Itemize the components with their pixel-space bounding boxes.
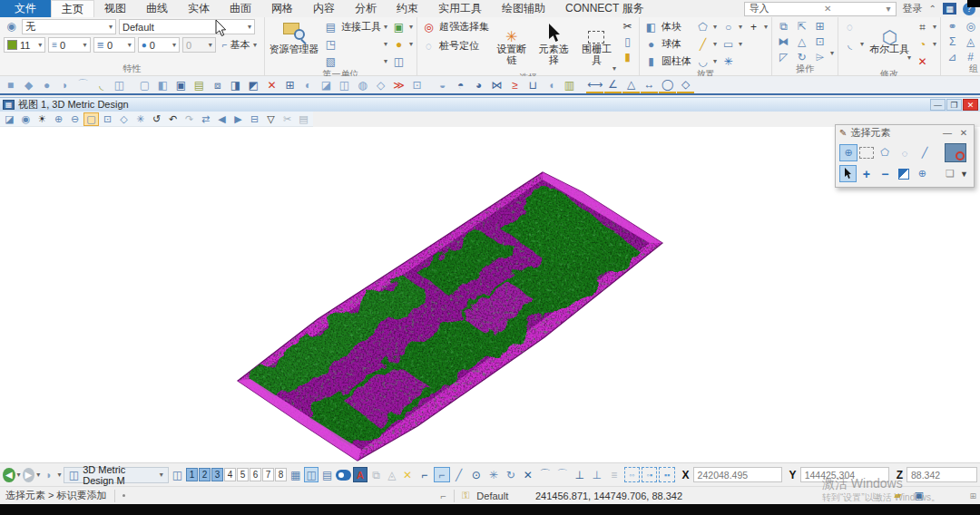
delete-feature-icon[interactable]: ✕ bbox=[263, 77, 280, 92]
region-icon[interactable]: ◖ bbox=[543, 77, 560, 92]
zoom-out-icon[interactable]: ⊖ bbox=[67, 112, 83, 126]
sep[interactable] bbox=[579, 77, 585, 92]
measure-area-icon[interactable]: ◯ bbox=[659, 76, 676, 93]
delete-button[interactable]: ✕ bbox=[915, 53, 936, 69]
walk-icon[interactable]: ↺ bbox=[149, 112, 164, 126]
lock-status-icon[interactable]: ⚿ bbox=[462, 490, 469, 501]
solid-sphere-icon[interactable]: ● bbox=[38, 77, 55, 92]
snap-center-icon[interactable]: ⊙ bbox=[468, 467, 485, 482]
move-icon[interactable]: ⇱ bbox=[794, 19, 809, 33]
pan-view-icon[interactable]: ✳ bbox=[132, 112, 148, 126]
snap-tangent-icon[interactable]: ⌒ bbox=[537, 467, 554, 482]
cell-list-icon[interactable]: ▥ bbox=[561, 77, 578, 92]
select-element-dialog[interactable]: ✎ 选择元素 — ✕ ⊕ ⬠ ◌ ╱ + − ⊕ ❏ bbox=[835, 124, 975, 188]
tab-view[interactable]: 视图 bbox=[94, 0, 136, 17]
close-toolbar-icon[interactable]: ✕ bbox=[400, 467, 414, 482]
select-clear-icon[interactable]: ❏ bbox=[942, 165, 958, 182]
active-model-selector[interactable]: ◫ 3D Metric Design M ▾ bbox=[64, 467, 169, 483]
more-manipulate-icon[interactable]: ⌲ bbox=[812, 50, 828, 63]
copy-feature-icon[interactable]: ⊞ bbox=[281, 77, 299, 92]
cut-solid-icon[interactable]: ◧ bbox=[154, 77, 172, 92]
dialog-minimize-icon[interactable]: — bbox=[941, 128, 954, 138]
attach-cell-icon[interactable]: ▤ bbox=[191, 77, 208, 92]
sweep-icon[interactable]: ◍ bbox=[354, 77, 371, 92]
sep[interactable] bbox=[129, 77, 135, 92]
link-set-button[interactable]: ◳▾ bbox=[323, 36, 387, 52]
fit-view-icon[interactable]: ⊡ bbox=[100, 112, 115, 126]
view-groups-icon[interactable]: ◫ bbox=[171, 467, 184, 482]
select-mode-all-icon[interactable]: ⊕ bbox=[914, 165, 930, 182]
boolean-subtract-icon[interactable]: ◓ bbox=[452, 77, 469, 92]
copy-icon[interactable]: ⧉ bbox=[776, 19, 791, 33]
tab-analysis[interactable]: 分析 bbox=[345, 0, 387, 17]
fillet-button[interactable]: ◟▾ bbox=[842, 36, 864, 52]
snap-perpendicular-icon[interactable]: ⊥ bbox=[572, 467, 588, 482]
tab-constraint[interactable]: 约束 bbox=[387, 0, 428, 17]
view-window-title-bar[interactable]: ▦ 视图 1, 3D Metric Design — ❐ ✕ bbox=[0, 97, 980, 112]
collapse-ribbon-icon[interactable]: ⌃ bbox=[929, 4, 936, 14]
stitch-icon[interactable]: ≥ bbox=[506, 77, 524, 92]
clipboard-status-icon[interactable]: ▣ bbox=[915, 490, 924, 501]
clip-mask-icon[interactable]: ✂ bbox=[279, 112, 295, 126]
active-style-select[interactable]: Default▾ bbox=[119, 19, 255, 34]
accusnap-toggle[interactable] bbox=[336, 470, 351, 481]
tab-connect-services[interactable]: CONNECT 服务 bbox=[555, 0, 653, 17]
handles-config-1-icon[interactable]: ◦◦ bbox=[624, 467, 640, 482]
attach-tools-button[interactable]: ▤连接工具▾ bbox=[323, 19, 387, 34]
intersect-icon[interactable]: ◩ bbox=[245, 77, 262, 92]
place-circle-button[interactable]: ○▾ bbox=[720, 19, 742, 34]
forward-button[interactable]: ▶ bbox=[23, 468, 35, 482]
fence-paste-icon[interactable]: ▯ bbox=[620, 34, 635, 48]
select-method-shape-icon[interactable]: ⬠ bbox=[876, 144, 894, 161]
select-mode-subtract-icon[interactable]: − bbox=[877, 165, 893, 182]
snap-tangent-point-icon[interactable]: ⌒ bbox=[554, 467, 571, 482]
solid-panel-icon[interactable]: ▢ bbox=[136, 77, 153, 92]
display-style-icon[interactable]: ◉ bbox=[18, 112, 34, 126]
select-method-individual-icon[interactable]: ⊕ bbox=[839, 144, 858, 161]
shell-solid-icon[interactable]: ◫ bbox=[336, 77, 353, 92]
snap-intersection-icon[interactable]: ✕ bbox=[520, 467, 536, 482]
transparency-select[interactable]: ●0▾ bbox=[138, 37, 180, 53]
tab-home[interactable]: 主页 bbox=[51, 0, 94, 17]
select-mode-add-icon[interactable]: + bbox=[858, 165, 875, 182]
place-point-button[interactable]: ✳ bbox=[720, 53, 742, 69]
snap-status-icon[interactable]: ⌐ bbox=[441, 491, 446, 501]
view-toggle[interactable]: 5 bbox=[237, 468, 249, 481]
view-previous-icon[interactable]: ↶ bbox=[165, 112, 181, 126]
place-sphere-button[interactable]: ●球体 bbox=[643, 36, 691, 52]
select-method-block-icon[interactable] bbox=[859, 147, 874, 159]
view-toggle[interactable]: 1 bbox=[186, 468, 198, 481]
solid-pyramid-icon[interactable]: ◆ bbox=[20, 77, 37, 92]
reference-button[interactable]: ▧▾ bbox=[323, 53, 387, 69]
station-locate-button[interactable]: ◌桩号定位 bbox=[421, 38, 489, 53]
back-dropdown-icon[interactable]: ▾ bbox=[17, 471, 21, 479]
select-method-line-icon[interactable]: ╱ bbox=[916, 144, 934, 161]
back-button[interactable]: ◀ bbox=[3, 468, 15, 482]
snap-keypoint-icon[interactable]: ⌐ bbox=[434, 467, 450, 482]
active-color-select[interactable]: 11▾ bbox=[4, 37, 45, 53]
saved-view-icon[interactable]: ▤ bbox=[296, 112, 311, 126]
element-select-button[interactable]: 元素选择 bbox=[534, 19, 573, 65]
dialog-expand-icon[interactable]: ▼ bbox=[960, 170, 970, 179]
tab-utilities[interactable]: 实用工具 bbox=[428, 0, 492, 17]
line-weight-select[interactable]: ≣0▾ bbox=[93, 37, 135, 53]
create-group-icon[interactable]: ⚭ bbox=[945, 19, 960, 33]
annotation-scale-toggle[interactable]: A bbox=[353, 467, 368, 482]
level-display-button[interactable]: ◫ bbox=[391, 53, 413, 69]
boolean-tools-button[interactable]: ⬡ 布尔工具▾ bbox=[867, 19, 911, 62]
view-canvas[interactable] bbox=[0, 127, 980, 462]
x-field[interactable]: 242048.495 bbox=[693, 467, 782, 482]
dialog-close-icon[interactable]: ✕ bbox=[957, 128, 970, 138]
view-toggle[interactable]: 8 bbox=[275, 468, 287, 481]
select-element-dialog-titlebar[interactable]: ✎ 选择元素 — ✕ bbox=[836, 125, 974, 141]
union-icon[interactable]: ⧈ bbox=[209, 77, 226, 92]
snap-perp-point-icon[interactable]: ⊥ bbox=[589, 467, 605, 482]
pipe-bend-icon[interactable]: ◟ bbox=[93, 77, 110, 92]
clip-volume-icon[interactable]: ▽ bbox=[263, 112, 279, 126]
scale-icon[interactable]: ◸ bbox=[776, 50, 791, 63]
view-close-button[interactable]: ✕ bbox=[963, 99, 978, 111]
priority-select[interactable]: 0▾ bbox=[182, 37, 216, 53]
fence-void-icon[interactable]: ▮ bbox=[620, 50, 635, 63]
view-toggle[interactable]: 2 bbox=[199, 468, 211, 481]
named-group-icon[interactable]: ◎ bbox=[963, 19, 978, 33]
